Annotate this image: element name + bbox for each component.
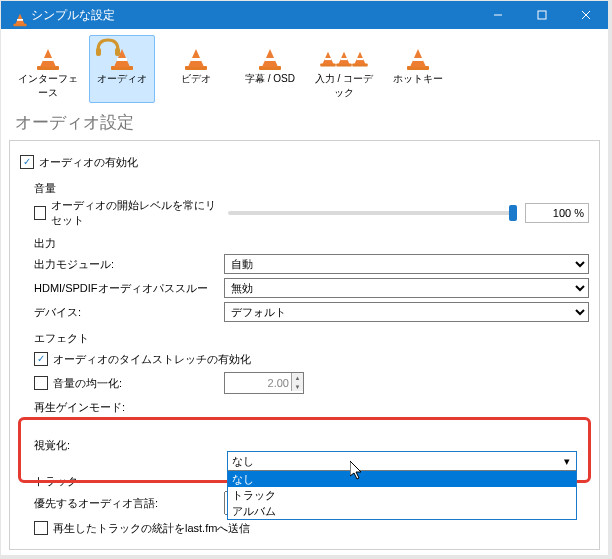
volume-slider[interactable]: [228, 211, 513, 215]
category-tabs: インターフェース オーディオ ビデオ 字幕 / OSD 入力 / コーデック: [9, 29, 600, 107]
volume-header: 音量: [20, 181, 589, 196]
tab-interface[interactable]: インターフェース: [15, 35, 81, 103]
output-module-label: 出力モジュール:: [34, 257, 224, 272]
svg-line-2: [582, 11, 590, 19]
window-title: シンプルな設定: [31, 7, 476, 24]
vlc-cone-icon: [9, 7, 25, 23]
spdif-combo[interactable]: 無効: [224, 278, 589, 298]
svg-rect-5: [115, 48, 120, 56]
normalize-checkbox[interactable]: 音量の均一化:: [34, 376, 224, 391]
spdif-label: HDMI/SPDIFオーディオパススルー: [34, 281, 224, 296]
combo-option[interactable]: なし: [228, 471, 576, 487]
device-label: デバイス:: [34, 305, 224, 320]
headphones-icon: [94, 36, 122, 58]
maximize-button[interactable]: [520, 1, 564, 29]
replay-gain-combo[interactable]: なし▾ なし トラック アルバム: [227, 451, 577, 520]
minimize-button[interactable]: [476, 1, 520, 29]
chevron-up-icon: ▲: [291, 373, 303, 382]
settings-panel: オーディオの有効化 音量 オーディオの開始レベルを常にリセット 100 % 出力…: [9, 140, 600, 550]
page-title: オーディオ設定: [9, 107, 600, 140]
lastfm-checkbox[interactable]: 再生したトラックの統計をlast.fmへ送信: [34, 521, 250, 536]
close-button[interactable]: [564, 1, 608, 29]
svg-line-3: [582, 11, 590, 19]
normalize-spinner[interactable]: ▲▼: [224, 372, 304, 394]
enable-audio-checkbox[interactable]: オーディオの有効化: [20, 155, 138, 170]
effects-header: エフェクト: [20, 331, 589, 346]
output-module-combo[interactable]: 自動: [224, 254, 589, 274]
output-header: 出力: [20, 236, 589, 251]
tab-subtitles[interactable]: 字幕 / OSD: [237, 35, 303, 103]
tab-video[interactable]: ビデオ: [163, 35, 229, 103]
tab-audio[interactable]: オーディオ: [89, 35, 155, 103]
device-combo[interactable]: デフォルト: [224, 302, 589, 322]
svg-rect-1: [538, 11, 546, 19]
titlebar: シンプルな設定: [1, 1, 608, 29]
replay-gain-label: 再生ゲインモード:: [34, 400, 224, 415]
tab-input-codecs[interactable]: 入力 / コーデック: [311, 35, 377, 103]
chevron-down-icon: ▼: [291, 382, 303, 391]
tab-hotkeys[interactable]: ホットキー: [385, 35, 451, 103]
combo-option[interactable]: トラック: [228, 487, 576, 503]
timestretch-checkbox[interactable]: オーディオのタイムストレッチの有効化: [34, 352, 251, 367]
visualization-label: 視覚化:: [34, 438, 224, 453]
reset-level-checkbox[interactable]: オーディオの開始レベルを常にリセット: [34, 198, 224, 228]
footer: 設定の表示 シンプル すべて 設定をリセット (R) 保存 (S) キャンセル …: [9, 550, 600, 559]
volume-value: 100 %: [525, 203, 589, 223]
combo-option[interactable]: アルバム: [228, 503, 576, 519]
chevron-down-icon: ▾: [560, 454, 574, 468]
preferences-window: シンプルな設定 インターフェース オーディオ ビデオ 字幕 / OSD: [0, 0, 612, 559]
svg-rect-4: [96, 48, 101, 56]
pref-lang-label: 優先するオーディオ言語:: [34, 496, 224, 511]
